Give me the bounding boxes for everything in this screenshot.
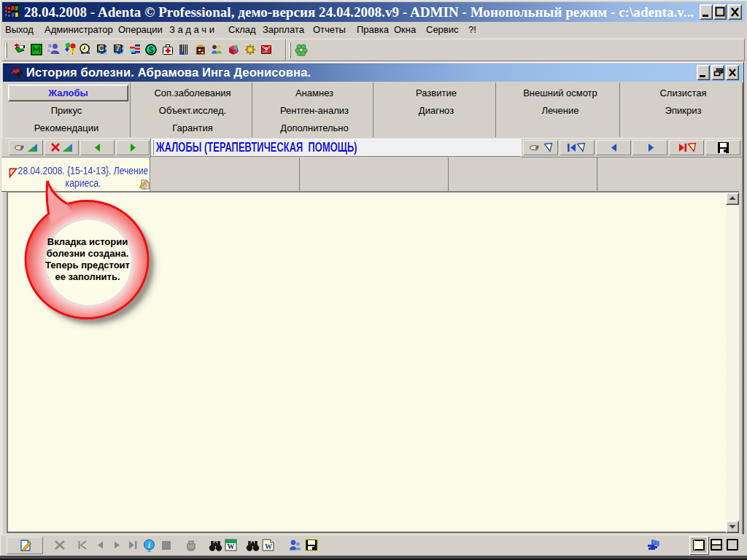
svg-text:C: C	[98, 44, 104, 52]
svg-text:W: W	[265, 542, 272, 551]
svg-text:$: $	[149, 45, 154, 55]
svg-text:7: 7	[116, 44, 120, 52]
svg-text:W: W	[228, 542, 235, 551]
